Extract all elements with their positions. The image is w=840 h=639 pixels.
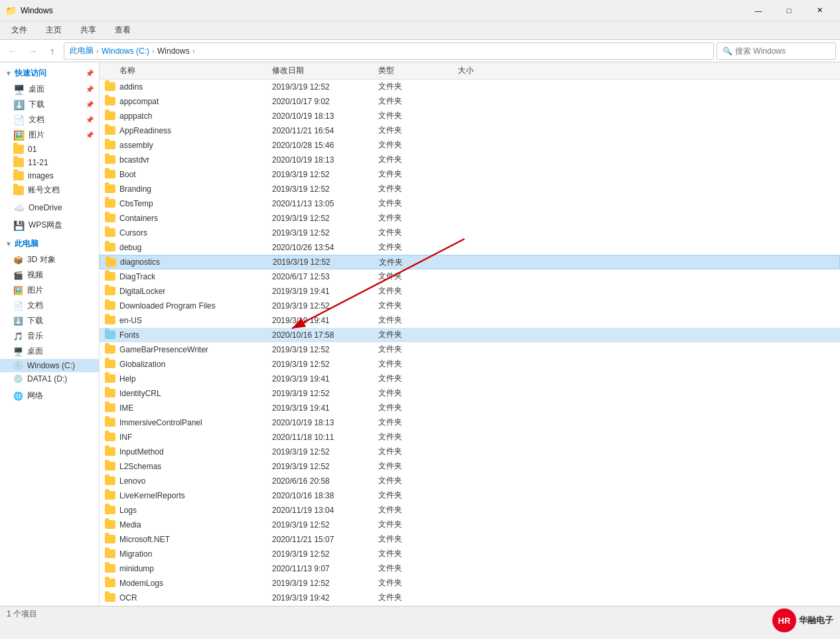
sidebar-item-desktop-pc[interactable]: 🖥️ 桌面 xyxy=(0,344,99,359)
path-this-pc[interactable]: 此电脑 xyxy=(70,45,94,56)
sidebar-item-documents-pc[interactable]: 📄 文档 xyxy=(0,298,99,313)
sidebar-item-onedrive[interactable]: ☁️ OneDrive xyxy=(0,200,99,215)
file-type: 文件夹 xyxy=(378,504,458,516)
table-row[interactable]: Migration 2019/3/19 12:52 文件夹 xyxy=(100,547,840,561)
file-date: 2020/11/13 9:07 xyxy=(272,564,378,573)
table-row[interactable]: InputMethod 2019/3/19 12:52 文件夹 xyxy=(100,445,840,459)
table-row[interactable]: diagnostics 2019/3/19 12:52 文件夹 xyxy=(100,255,840,269)
search-box[interactable]: 🔍 xyxy=(717,42,836,60)
table-row[interactable]: ImmersiveControlPanel 2020/10/19 18:13 文… xyxy=(100,415,840,430)
table-row[interactable]: IdentityCRL 2019/3/19 12:52 文件夹 xyxy=(100,386,840,401)
sidebar-item-downloads-pc[interactable]: ⬇️ 下载 xyxy=(0,313,99,328)
table-row[interactable]: Offline Web Pages 2019/3/19 12:53 文件夹 xyxy=(100,605,840,606)
quick-access-label: 快速访问 xyxy=(15,68,46,79)
sidebar-item-desktop[interactable]: 🖥️ 桌面 📌 xyxy=(0,82,99,97)
table-row[interactable]: LiveKernelReports 2020/10/16 18:38 文件夹 xyxy=(100,488,840,503)
file-name: Lenovo xyxy=(119,476,145,486)
sidebar-item-windows-c[interactable]: 💿 Windows (C:) xyxy=(0,359,99,372)
table-row[interactable]: assembly 2020/10/28 15:46 文件夹 xyxy=(100,138,840,153)
table-row[interactable]: Media 2019/3/19 12:52 文件夹 xyxy=(100,518,840,532)
search-input[interactable] xyxy=(735,46,830,56)
table-row[interactable]: IME 2019/3/19 19:41 文件夹 xyxy=(100,401,840,415)
table-row[interactable]: minidump 2020/11/13 9:07 文件夹 xyxy=(100,561,840,576)
sidebar-item-downloads[interactable]: ⬇️ 下载 📌 xyxy=(0,97,99,112)
onedrive-icon: ☁️ xyxy=(13,202,25,213)
sidebar-item-pictures[interactable]: 🖼️ 图片 📌 xyxy=(0,127,99,143)
table-row[interactable]: en-US 2019/3/19 19:41 文件夹 xyxy=(100,313,840,328)
path-folder[interactable]: Windows xyxy=(157,46,190,56)
sidebar-item-wps[interactable]: 💾 WPS网盘 xyxy=(0,218,99,233)
table-row[interactable]: AppReadiness 2020/11/21 16:54 文件夹 xyxy=(100,123,840,138)
folder-icon xyxy=(105,170,115,178)
sidebar-item-data1-d[interactable]: 💿 DATA1 (D:) xyxy=(0,372,99,386)
folder-icon xyxy=(105,476,115,485)
table-row[interactable]: debug 2020/10/26 13:54 文件夹 xyxy=(100,240,840,255)
table-row[interactable]: DiagTrack 2020/6/17 12:53 文件夹 xyxy=(100,269,840,284)
sidebar-item-01[interactable]: 01 xyxy=(0,143,99,156)
sidebar-item-account-docs[interactable]: 账号文档 xyxy=(0,182,99,198)
folder-icon xyxy=(105,418,115,427)
table-row[interactable]: Boot 2019/3/19 12:52 文件夹 xyxy=(100,167,840,182)
minimize-button[interactable]: — xyxy=(743,0,774,21)
quick-access-header[interactable]: ▼ 快速访问 📌 xyxy=(0,65,99,82)
table-row[interactable]: ModemLogs 2019/3/19 12:52 文件夹 xyxy=(100,576,840,591)
sidebar-item-music[interactable]: 🎵 音乐 xyxy=(0,328,99,344)
desktop-pc-icon: 🖥️ xyxy=(13,347,23,356)
file-type: 文件夹 xyxy=(378,96,458,107)
file-name-cell: diagnostics xyxy=(100,257,273,267)
table-row[interactable]: INF 2020/11/18 10:11 文件夹 xyxy=(100,430,840,445)
close-button[interactable]: ✕ xyxy=(804,0,835,21)
table-row[interactable]: Branding 2019/3/19 12:52 文件夹 xyxy=(100,182,840,196)
address-path[interactable]: 此电脑 › Windows (C:) › Windows › xyxy=(64,42,714,60)
window-title: Windows xyxy=(21,6,53,15)
sidebar-item-11-21[interactable]: 11-21 xyxy=(0,156,99,169)
table-row[interactable]: L2Schemas 2019/3/19 12:52 文件夹 xyxy=(100,459,840,474)
table-row[interactable]: Fonts 2020/10/16 17:58 文件夹 xyxy=(100,328,840,342)
table-row[interactable]: addins 2019/3/19 12:52 文件夹 xyxy=(100,80,840,94)
sidebar-item-video[interactable]: 🎬 视频 xyxy=(0,267,99,283)
file-type: 文件夹 xyxy=(378,227,458,238)
table-row[interactable]: Microsoft.NET 2020/11/21 15:07 文件夹 xyxy=(100,532,840,547)
path-drive[interactable]: Windows (C:) xyxy=(102,46,149,56)
up-button[interactable]: ↑ xyxy=(44,42,61,60)
pictures-pc-label: 图片 xyxy=(27,285,43,296)
sidebar-item-pictures-pc[interactable]: 🖼️ 图片 xyxy=(0,283,99,298)
table-row[interactable]: GameBarPresenceWriter 2019/3/19 12:52 文件… xyxy=(100,342,840,357)
file-date: 2019/3/19 19:42 xyxy=(272,593,378,603)
file-type: 文件夹 xyxy=(378,285,458,297)
sidebar-item-images[interactable]: images xyxy=(0,169,99,182)
col-header-name[interactable]: 名称 xyxy=(100,65,272,76)
table-row[interactable]: Containers 2019/3/19 12:52 文件夹 xyxy=(100,211,840,226)
col-header-size[interactable]: 大小 xyxy=(458,65,511,76)
ribbon-tab-home[interactable]: 主页 xyxy=(37,21,70,39)
table-row[interactable]: Downloaded Program Files 2019/3/19 12:52… xyxy=(100,299,840,313)
folder-icon xyxy=(105,184,115,193)
table-row[interactable]: Globalization 2019/3/19 12:52 文件夹 xyxy=(100,357,840,372)
sidebar-item-network[interactable]: 🌐 网络 xyxy=(0,388,99,403)
ribbon-tab-share[interactable]: 共享 xyxy=(72,21,105,39)
maximize-button[interactable]: □ xyxy=(774,0,804,21)
back-button[interactable]: ← xyxy=(4,42,21,60)
file-name-cell: Cursors xyxy=(100,228,272,238)
table-row[interactable]: Logs 2020/11/19 13:04 文件夹 xyxy=(100,503,840,518)
table-row[interactable]: Cursors 2019/3/19 12:52 文件夹 xyxy=(100,226,840,240)
sidebar-item-3d[interactable]: 📦 3D 对象 xyxy=(0,252,99,267)
table-row[interactable]: bcastdvr 2020/10/19 18:13 文件夹 xyxy=(100,153,840,167)
table-row[interactable]: Help 2019/3/19 19:41 文件夹 xyxy=(100,372,840,386)
ribbon-tab-view[interactable]: 查看 xyxy=(106,21,139,39)
forward-button[interactable]: → xyxy=(24,42,41,60)
table-row[interactable]: apppatch 2020/10/19 18:13 文件夹 xyxy=(100,109,840,123)
table-row[interactable]: OCR 2019/3/19 19:42 文件夹 xyxy=(100,591,840,605)
file-name-cell: minidump xyxy=(100,564,272,573)
downloads-icon: ⬇️ xyxy=(13,100,25,110)
file-name-cell: InputMethod xyxy=(100,447,272,457)
table-row[interactable]: CbsTemp 2020/11/13 13:05 文件夹 xyxy=(100,196,840,211)
sidebar-item-documents[interactable]: 📄 文档 📌 xyxy=(0,112,99,127)
table-row[interactable]: DigitalLocker 2019/3/19 19:41 文件夹 xyxy=(100,284,840,299)
col-header-type[interactable]: 类型 xyxy=(378,65,458,76)
this-pc-header[interactable]: ▼ 此电脑 xyxy=(0,236,99,252)
ribbon-tab-file[interactable]: 文件 xyxy=(3,21,36,39)
col-header-date[interactable]: 修改日期 xyxy=(272,65,378,76)
table-row[interactable]: Lenovo 2020/6/16 20:58 文件夹 xyxy=(100,474,840,488)
table-row[interactable]: appcompat 2020/10/17 9:02 文件夹 xyxy=(100,94,840,109)
